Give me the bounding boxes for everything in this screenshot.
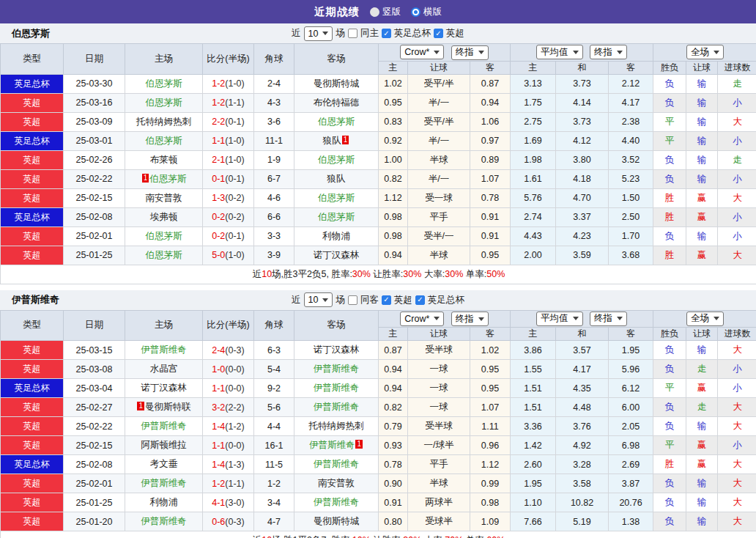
avg-away-cell: 3.68 [609, 246, 653, 265]
date-cell: 25-02-15 [64, 188, 125, 207]
away-team-cell: 伯恩茅斯 [294, 207, 379, 226]
odds-time-select[interactable]: 终指 [451, 45, 489, 60]
avg-draw-cell: 4.23 [556, 226, 609, 246]
odds-away-cell: 0.89 [470, 150, 511, 169]
team-label: 伯恩茅斯 [146, 97, 182, 108]
match-row: 英足总杯25-03-01伯恩茅斯1-1(1-0)11-1狼队10.92半/一0.… [1, 131, 756, 150]
result-goals-cell: 大 [718, 474, 756, 493]
avg-away-cell: 1.50 [609, 188, 653, 207]
league-cell: 英足总杯 [1, 207, 64, 226]
odds-source-select[interactable]: Crow* [400, 312, 444, 326]
fulltime-score: 4-1 [212, 498, 225, 508]
chevron-down-icon [573, 317, 579, 320]
score-cell: 1-4(1-2) [203, 417, 254, 436]
home-team-cell: 伯恩茅斯 [125, 226, 203, 246]
radio-unchecked-icon[interactable] [370, 7, 379, 17]
team-label: 伯恩茅斯 [318, 212, 355, 222]
chevron-down-icon [478, 317, 484, 321]
red-card-badge: 1 [342, 136, 349, 144]
halftime-score: (3-0) [225, 498, 244, 508]
odds-source-select[interactable]: Crow* [400, 45, 444, 59]
team-label: 曼彻斯特联 [145, 402, 191, 412]
avg-home-cell: 1.55 [511, 360, 556, 379]
odds-handicap-cell: 半/一 [408, 93, 470, 112]
corner-cell: 3-3 [254, 226, 294, 246]
summary-stat-value: 60% [486, 535, 505, 538]
odds-handicap-cell: 半球 [408, 474, 470, 493]
col-header-avg-draw: 和 [556, 61, 609, 74]
avg-away-cell: 2.05 [609, 417, 653, 436]
chevron-down-icon [573, 51, 579, 54]
home-team-cell: 南安普敦 [125, 188, 203, 207]
same-venue-checkbox[interactable] [348, 295, 357, 305]
result-handicap-cell: 走 [686, 398, 718, 417]
summary-stat-label: 单率: [463, 535, 486, 538]
team-label: 阿斯顿维拉 [141, 440, 187, 450]
average-select[interactable]: 平均值 [536, 45, 583, 59]
fulltime-score: 2-4 [212, 345, 225, 355]
summary-stat-value: 70% [445, 535, 463, 538]
team-label: 伊普斯维奇 [314, 364, 360, 374]
corner-cell: 1-2 [254, 474, 294, 493]
league-cell: 英超 [1, 188, 64, 207]
col-header-odds-home: 主 [379, 328, 408, 341]
corner-cell: 4-7 [254, 512, 294, 531]
team-name: 伊普斯维奇 [12, 293, 59, 306]
col-header-result-goals: 进球数 [718, 328, 756, 341]
fulltime-select[interactable]: 全场 [686, 312, 724, 326]
summary-stat-label: 让胜率: [371, 269, 403, 279]
col-header-corner: 角球 [254, 310, 294, 341]
chevron-down-icon [434, 51, 440, 54]
result-wdl-cell: 负 [653, 417, 686, 436]
recent-count-select[interactable]: 10 [304, 26, 333, 41]
odds-handicap-cell: 平手 [408, 207, 470, 226]
col-header-avg-away: 客 [609, 61, 653, 74]
fulltime-score: 1-3 [212, 193, 225, 203]
vertical-layout-option[interactable]: 竖版 [370, 6, 401, 18]
result-handicap-cell: 输 [686, 74, 718, 93]
result-goals-cell: 小 [718, 226, 756, 246]
avg-away-cell: 1.70 [609, 226, 653, 246]
result-goals-cell: 小 [718, 207, 756, 226]
result-wdl-cell: 负 [653, 474, 686, 493]
team-label: 诺丁汉森林 [314, 250, 360, 260]
odds-time-select[interactable]: 终指 [451, 312, 489, 326]
score-cell: 1-4(1-3) [203, 455, 254, 474]
col-header-odds-away: 客 [470, 61, 511, 74]
odds-home-cell: 0.82 [379, 169, 408, 188]
league-filter-checkbox-facup[interactable]: ✓ [415, 295, 425, 305]
odds-handicap-cell: 一/球半 [408, 436, 470, 455]
corner-cell: 16-1 [254, 436, 294, 455]
home-team-cell: 埃弗顿 [125, 207, 203, 226]
team-label: 伊普斯维奇 [309, 440, 355, 450]
odds-handicap-cell: 一球 [408, 398, 470, 417]
odds-home-cell: 0.98 [379, 207, 408, 226]
team-label: 伯恩茅斯 [146, 136, 182, 146]
average-time-select[interactable]: 终指 [590, 312, 627, 326]
average-select[interactable]: 平均值 [536, 312, 583, 326]
horizontal-layout-option[interactable]: 横版 [411, 6, 442, 18]
summary-stat-label: 近 [253, 269, 262, 279]
score-cell: 1-1(0-0) [203, 379, 254, 398]
odds-handicap-cell: 半/一 [408, 131, 470, 150]
home-team-cell: 伊普斯维奇 [125, 512, 203, 531]
fulltime-select[interactable]: 全场 [686, 45, 724, 59]
average-odds-group: 平均值 终指 [511, 44, 653, 62]
odds-away-cell: 1.11 [470, 417, 511, 436]
halftime-score: (0-1) [225, 117, 244, 127]
same-venue-checkbox[interactable] [348, 29, 357, 38]
recent-count-select[interactable]: 10 [304, 292, 333, 307]
team-label: 狼队 [327, 174, 346, 184]
radio-checked-icon[interactable] [411, 7, 420, 17]
odds-handicap-cell: 受半/一 [408, 226, 470, 246]
summary-stat-value: 10% [352, 535, 371, 538]
average-time-select[interactable]: 终指 [590, 45, 627, 59]
result-wdl-cell: 负 [653, 93, 686, 112]
league-filter-checkbox-epl[interactable]: ✓ [382, 295, 391, 305]
league-filter-checkbox-epl[interactable]: ✓ [434, 29, 443, 38]
league-filter-checkbox-facup[interactable]: ✓ [382, 29, 391, 38]
result-handicap-cell: 输 [686, 150, 718, 169]
league-filter-label: 英足总杯 [394, 27, 431, 40]
result-goals-cell: 大 [718, 512, 756, 531]
avg-home-cell: 1.95 [511, 474, 556, 493]
